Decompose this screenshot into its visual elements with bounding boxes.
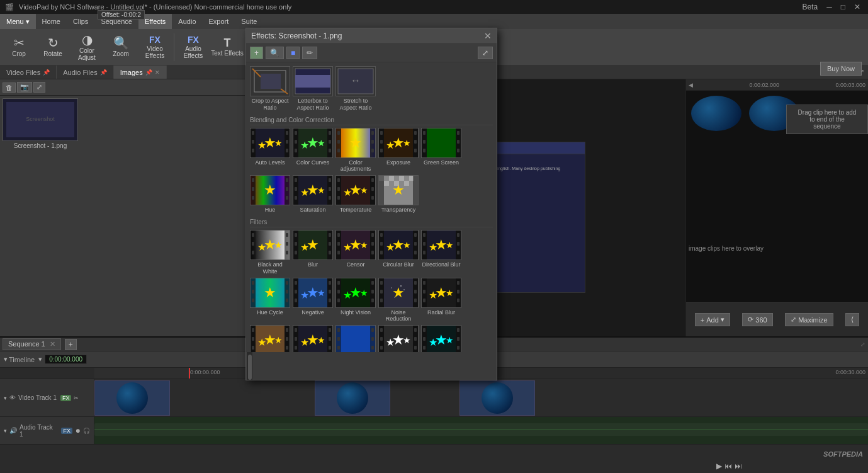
effects-dialog-close-button[interactable]: ✕	[484, 31, 492, 41]
tab-images[interactable]: Images 📌 ✕	[114, 66, 167, 79]
timeline-dropdown-icon[interactable]: ▾	[4, 355, 8, 363]
rotate-button[interactable]: ↻ Rotate	[37, 31, 69, 64]
svg-rect-214	[380, 281, 383, 285]
svg-text:★: ★	[300, 242, 309, 253]
menu-item-clips[interactable]: Clips	[67, 14, 94, 29]
add-media-button[interactable]: 📷	[17, 82, 32, 93]
svg-rect-215	[380, 290, 383, 293]
effect-green-screen[interactable]: Green Screen	[421, 128, 461, 173]
video-track-collapse-icon[interactable]: ▾	[4, 395, 7, 401]
text-effects-button[interactable]: T Text Effects	[211, 31, 244, 64]
effect-letterbox-aspect[interactable]: Letterbox to Aspect Ratio	[293, 66, 333, 111]
maximize-preview-button[interactable]: ⤢ Maximize	[785, 313, 833, 326]
effect-stretch-aspect[interactable]: ↔ Stretch to Aspect Ratio	[335, 66, 376, 111]
clip-globe-2[interactable]	[315, 380, 390, 416]
effect-censor[interactable]: ★ ★ ★ Censor	[335, 230, 376, 275]
effect-auto-levels[interactable]: ★ ★ ★ Auto Levels	[250, 128, 290, 173]
audio-track-headphone-icon[interactable]: 🎧	[83, 428, 90, 434]
effects-maximize-button[interactable]: ⤢	[478, 47, 493, 59]
effect-sharpen[interactable]: ★ ★ ★ Sharpen	[293, 325, 333, 352]
svg-rect-265	[371, 346, 374, 350]
menu-item-audio[interactable]: Audio	[172, 14, 202, 29]
expand-media-button[interactable]: ⤢	[33, 82, 45, 93]
audio-track-collapse-icon[interactable]: ▾	[4, 428, 7, 434]
audio-track-mute-icon[interactable]: 🔊	[9, 427, 17, 434]
effect-black-white[interactable]: ★ ★ ★ Black and White	[250, 230, 290, 275]
svg-text:★: ★	[264, 285, 276, 300]
effect-exposure[interactable]: ★ ★ ★ Exposure	[378, 128, 419, 173]
menu-item-export[interactable]: Export	[203, 14, 235, 29]
effect-xray[interactable]: ★ ★ ★ X-ray	[421, 325, 461, 352]
minimize-button[interactable]: ─	[824, 3, 835, 11]
effect-color-adjustments[interactable]: ★ Color adjustments	[335, 128, 376, 173]
effect-directional-blur[interactable]: ★ ★ ★ Directional Blur	[421, 230, 461, 275]
effect-sepia[interactable]: ★ ★ ★ Sepia	[250, 325, 290, 352]
svg-rect-95	[337, 196, 340, 200]
video-effects-button[interactable]: FX Video Effects	[138, 31, 171, 64]
menu-item-home[interactable]: Home	[36, 14, 67, 29]
close-button[interactable]: ✕	[852, 3, 863, 11]
svg-rect-40	[337, 131, 340, 135]
audio-track-rec-icon[interactable]: ⏺	[75, 428, 81, 434]
crop-button[interactable]: ✂ Crop	[3, 31, 35, 64]
effect-circular-blur[interactable]: ★ ★ ★ Circular Blur	[378, 230, 419, 275]
effects-pencil-button[interactable]: ✏	[302, 47, 317, 59]
menu-item-menu[interactable]: Menu ▾	[0, 14, 36, 29]
zoom-button[interactable]: 🔍 Zoom	[104, 31, 137, 64]
video-track-visibility-icon[interactable]: 👁	[9, 394, 16, 401]
tab-audio-files[interactable]: Audio Files 📌	[57, 66, 113, 79]
svg-rect-29	[295, 140, 297, 144]
scrollbar-thumb[interactable]	[248, 355, 252, 380]
delete-media-button[interactable]: 🗑	[3, 83, 16, 93]
svg-rect-139	[337, 233, 340, 237]
tab-video-files[interactable]: Video Files 📌	[0, 66, 57, 79]
svg-rect-248	[295, 328, 297, 332]
effect-transparency[interactable]: ★ Transparency	[378, 175, 419, 214]
effect-tint[interactable]: Tint	[335, 325, 376, 352]
effects-color-button[interactable]: ■	[286, 47, 300, 59]
effect-blur[interactable]: ★ ★ Blur	[293, 230, 333, 275]
timeline-arrow-icon[interactable]: ▾	[38, 355, 42, 363]
effect-hue[interactable]: ★ Hue	[250, 175, 290, 214]
prev-frame-button[interactable]: ⟨	[845, 313, 859, 326]
audio-effects-button[interactable]: FX Audio Effects	[177, 31, 210, 64]
effect-radial-blur[interactable]: ★ ★ ★ Radial Blur	[421, 278, 461, 323]
media-area: Screenshot Screenshot - 1.png	[0, 96, 245, 336]
video-track-fx-badge[interactable]: FX	[60, 395, 72, 401]
color-adj-svg: ★	[336, 128, 375, 157]
next-button[interactable]: ⏭	[735, 462, 742, 470]
svg-line-8	[281, 89, 288, 94]
add-button[interactable]: + Add ▾	[695, 313, 730, 326]
effect-hue-cycle[interactable]: ★ Hue Cycle	[250, 278, 290, 323]
images-close-icon[interactable]: ✕	[155, 69, 160, 76]
360-button[interactable]: ⟳ 360	[742, 313, 772, 326]
effects-search-button[interactable]: 🔍	[266, 47, 284, 59]
svg-text:★: ★	[403, 335, 411, 345]
effect-crop-aspect[interactable]: Crop to Aspect Ratio	[250, 66, 290, 111]
clip-globe-1[interactable]	[94, 380, 170, 416]
effect-two-tone[interactable]: ★ ★ ★ Two-Tone	[378, 325, 419, 352]
menu-item-suite[interactable]: Suite	[235, 14, 263, 29]
effects-scrollbar[interactable]	[246, 352, 252, 380]
media-item-screenshot[interactable]: Screenshot Screenshot - 1.png	[3, 98, 78, 149]
svg-rect-107	[384, 181, 389, 186]
audio-track-fx-badge[interactable]: FX	[61, 428, 72, 434]
maximize-button[interactable]: □	[838, 3, 848, 11]
svg-text:Screenshot: Screenshot	[26, 116, 55, 122]
play-button[interactable]: ▶	[716, 462, 722, 470]
prev-button[interactable]: ⏮	[724, 462, 732, 470]
add-sequence-button[interactable]: +	[65, 339, 77, 350]
effect-color-curves[interactable]: ★ ★ ★ Color Curves	[293, 128, 333, 173]
effect-temperature[interactable]: ★ ★ ★ Temperature	[335, 175, 376, 214]
color-adjust-button[interactable]: ◑ Color Adjust	[70, 31, 103, 64]
effect-night-vision[interactable]: ★ ★ ★ Night Vision	[335, 278, 376, 323]
timeline-expand-icon[interactable]: ⤢	[860, 341, 865, 348]
effect-negative[interactable]: ★ ★ ★ Negative	[293, 278, 333, 323]
clip-globe-3[interactable]	[459, 380, 535, 416]
effect-noise-reduction[interactable]: ★ Noise Reduction	[378, 278, 419, 323]
effects-add-button[interactable]: +	[250, 47, 263, 59]
effect-saturation[interactable]: ★ ★ ★ Saturation	[293, 175, 333, 214]
sequence-tab[interactable]: Sequence 1 ✕	[3, 338, 61, 350]
sequence-tab-close-icon[interactable]: ✕	[50, 340, 55, 348]
buy-now-button[interactable]: Buy Now	[820, 62, 862, 76]
